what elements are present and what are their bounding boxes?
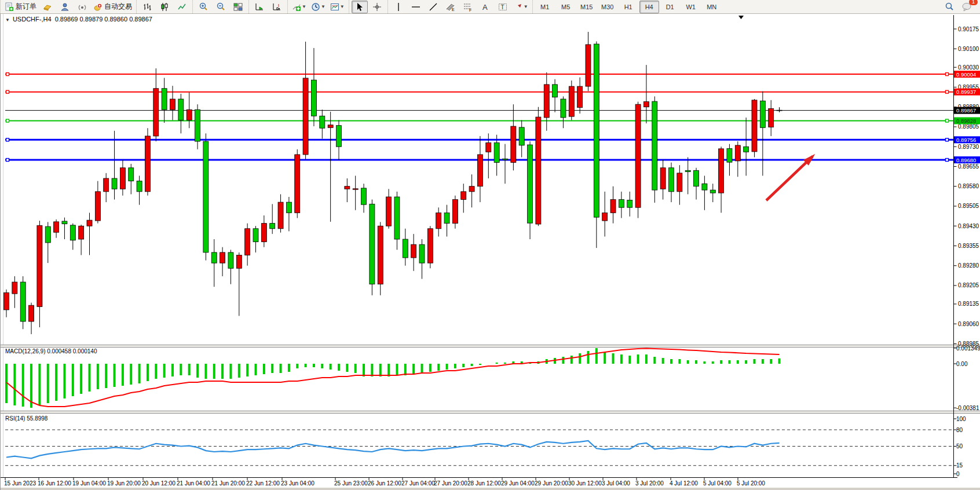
zoom-out-button[interactable] [213,1,229,13]
rsi-axis-label: 15 [956,462,963,469]
timeframe-m5-button[interactable]: M5 [556,1,576,13]
chart-canvas[interactable]: 0.901750.901000.900300.899550.898800.898… [1,14,980,490]
timeframe-m15-button[interactable]: M15 [577,1,597,13]
timeframe-h4-button[interactable]: H4 [639,1,659,13]
text-button[interactable]: A [477,1,493,13]
timeframe-d1-button[interactable]: D1 [660,1,680,13]
timeframe-mn-button[interactable]: MN [702,1,722,13]
toolbar-group-cursor [349,0,387,13]
signal-icon [78,2,87,12]
time-axis-label: 20 Jun 12:00 [142,480,175,487]
toolbar-group-indicators: ▼ ▼ ▼ [287,0,349,13]
zoom-out-icon [216,2,225,12]
rsi-indicator-label: RSI(14) 55.8998 [5,415,47,422]
toolbar-group-objects: E F A T ▼ [387,0,532,13]
toolbar-group-trade: 新订单 自动交易 [0,0,136,13]
notifications-button[interactable]: 1 [959,1,975,13]
price-tick-label: 0.89205 [958,282,979,288]
chevron-down-icon: ▼ [524,4,528,9]
time-axis-label: 16 Jun 12:00 [38,480,71,487]
price-line-badge: 0.89937 [956,89,976,95]
time-axis-label: 27 Jun 04:00 [401,480,435,487]
auto-scroll-button[interactable] [251,1,268,13]
periods-button[interactable]: ▼ [309,1,327,13]
arrows-icon [514,2,523,12]
toolbar-group-timeframes: M1 M5 M15 M30 H1 H4 D1 W1 MN [532,0,724,13]
tile-windows-icon [233,2,243,12]
indicators-button[interactable]: ▼ [290,1,308,13]
text-label-button[interactable]: T [495,1,511,13]
tile-windows-button[interactable] [230,1,246,13]
channel-button[interactable]: E [443,1,459,13]
new-order-icon [5,2,14,12]
chart-title: USDCHF-,H4 [13,16,52,23]
bar-chart-icon [142,2,152,12]
collapse-panel-icon[interactable]: ▼ [5,17,10,23]
price-tick-label: 0.89655 [958,163,979,170]
horizontal-line-button[interactable] [408,1,424,13]
candlestick-chart-icon [160,2,169,12]
templates-button[interactable]: ▼ [328,1,346,13]
cursor-icon [355,2,364,12]
bar-chart-button[interactable] [139,1,155,13]
time-axis-label: 27 Jun 20:00 [434,480,467,487]
chart-ohlc-values: 0.89869 0.89879 0.89860 0.89867 [55,16,152,23]
timeframe-w1-button[interactable]: W1 [681,1,701,13]
price-line-badge: 0.89828 [956,118,976,124]
new-order-button[interactable]: 新订单 [3,1,38,13]
crosshair-button[interactable] [369,1,385,13]
timeframe-m1-button[interactable]: M1 [535,1,555,13]
time-axis-label: 22 Jun 12:00 [246,480,280,487]
time-axis-label: 25 Jun 23:00 [334,480,368,487]
timeframe-m30-button[interactable]: M30 [598,1,617,13]
arrows-button[interactable]: ▼ [512,1,530,13]
time-axis-label: 3 Jul 04:00 [602,480,630,487]
fibonacci-button[interactable]: F [460,1,476,13]
price-tick-label: 0.89280 [958,262,979,269]
vertical-line-button[interactable] [390,1,407,13]
time-axis-label: 5 Jul 04:00 [703,480,732,487]
price-tick-label: 0.89060 [958,321,979,327]
deposit-button[interactable] [39,1,56,13]
channel-icon: E [446,2,455,12]
signal-button[interactable] [74,1,90,13]
chart-title-row: ▼USDCHF-,H4 0.89869 0.89879 0.89860 0.89… [5,16,152,23]
chart-shift-button[interactable] [269,1,285,13]
trendline-icon [429,2,438,12]
svg-text:E: E [452,8,455,12]
new-order-label: 新订单 [16,2,36,12]
chart-shift-icon [272,2,281,12]
vertical-line-icon [394,2,403,12]
auto-trading-button[interactable]: 自动交易 [92,1,134,13]
cursor-button[interactable] [352,1,368,13]
price-tick-label: 0.90100 [958,46,979,52]
svg-text:F: F [469,8,471,12]
zoom-in-button[interactable] [195,1,211,13]
notification-count-badge: 1 [969,0,978,5]
time-axis-label: 26 Jun 12:00 [368,480,401,487]
timeframe-h1-button[interactable]: H1 [619,1,638,13]
line-chart-button[interactable] [174,1,190,13]
svg-text:T: T [500,4,504,10]
rsi-axis-label: 80 [956,427,963,433]
trendline-button[interactable] [425,1,441,13]
price-line-badge: 0.90004 [956,71,976,78]
line-chart-icon [177,2,187,12]
candlestick-chart-button[interactable] [156,1,173,13]
mt4-application: 新订单 自动交易 [0,0,980,490]
periods-icon [311,2,320,12]
price-line-badge: 0.89756 [956,137,976,143]
price-tick-label: 0.89505 [958,203,979,209]
fibonacci-icon: F [463,2,473,12]
profile-button[interactable] [57,1,73,13]
auto-trading-icon [93,2,103,12]
price-tick-label: 0.89805 [958,123,979,130]
search-icon [945,2,954,12]
toolbar-group-scroll [248,0,287,13]
search-button[interactable] [941,1,957,13]
deposit-icon [43,2,52,12]
time-axis-label: 5 Jul 20:00 [737,480,765,487]
toolbar-group-chart-type [136,0,192,13]
time-axis-label: 19 Jun 20:00 [107,480,141,487]
price-tick-label: 0.89135 [958,301,979,307]
